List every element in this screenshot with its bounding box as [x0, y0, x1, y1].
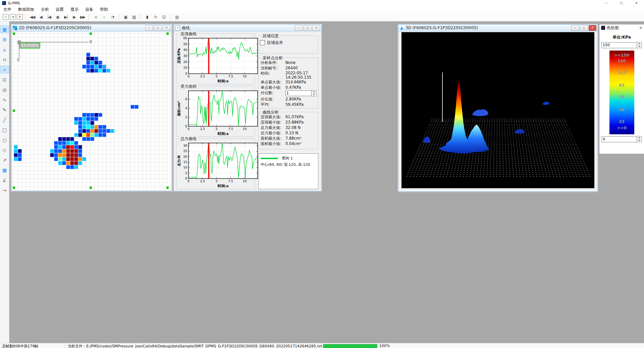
tool-matrix-tool[interactable]: ▩ [0, 166, 9, 174]
selection-handle[interactable] [166, 187, 169, 189]
menu-item-2[interactable]: 分析 [38, 6, 52, 13]
selection-handle[interactable] [90, 187, 92, 189]
display-button[interactable]: ▮ [143, 13, 151, 21]
window-curves-minimize-button[interactable]: — [295, 25, 303, 31]
skip-start-button[interactable]: |◀ [45, 13, 53, 21]
export-frame-button[interactable]: ➔ [10, 14, 16, 20]
app-minimize-button[interactable]: — [599, 0, 614, 6]
heat-cell [78, 153, 82, 157]
toolbar-separator [170, 14, 170, 20]
spin-up-icon[interactable]: ▲ [637, 42, 642, 45]
window-3d-close-button[interactable]: ✕ [589, 25, 596, 31]
app-maximize-button[interactable]: ▢ [614, 0, 629, 6]
selection-handle[interactable] [13, 110, 15, 112]
tool-draw-line[interactable]: ╱ [0, 116, 9, 124]
spin-up-icon[interactable]: ▲ [637, 136, 642, 139]
selection-handle[interactable] [13, 32, 15, 35]
tool-view-2d[interactable]: ▦ [0, 25, 9, 33]
sample-label: 当前帧号: [261, 65, 285, 71]
selection-handle[interactable] [90, 32, 92, 35]
menu-item-1[interactable]: 数据回放 [15, 6, 38, 13]
unlink-button[interactable]: ∞ [100, 13, 108, 21]
refresh-button[interactable]: ↻ [152, 13, 159, 21]
pressure-view-3d[interactable] [401, 32, 594, 188]
step-back-button[interactable]: ◀ [37, 13, 44, 21]
rewind-button[interactable]: ◀◀ [29, 13, 36, 21]
app-close-button[interactable]: ✕ [629, 0, 644, 6]
colorscale-titlebar[interactable]: 色阶图 ✕ [599, 24, 644, 31]
pressure-curve-chart[interactable]: 010203040506002.557.510时间:s压强:KPa [177, 36, 260, 83]
spin-up-icon[interactable]: ▲ [312, 90, 316, 93]
tool-surface-3d[interactable]: ∩ [0, 66, 9, 73]
sample-row: 平均:59.45KPa [261, 102, 317, 107]
menu-item-3[interactable]: 设置 [52, 6, 67, 13]
colorscale-icon [601, 26, 605, 30]
tool-exit-export[interactable]: → [0, 186, 9, 194]
spin-down-icon[interactable]: ▼ [637, 139, 642, 142]
heat-cell [102, 133, 106, 137]
fast-forward-button[interactable]: ▶▶ [79, 13, 86, 21]
camera-off-button[interactable]: ▨ [130, 13, 138, 21]
area-curve-chart[interactable]: 024602.557.510时间:s面积:cm² [177, 89, 260, 136]
heat-cell [66, 157, 70, 161]
window-curves-restore-button[interactable]: ▢ [304, 25, 311, 31]
sample-label: 平均: [261, 102, 285, 107]
heat-cell [94, 57, 98, 61]
spin-down-icon[interactable]: ▼ [312, 93, 316, 96]
stop-button[interactable]: ◉ [54, 13, 61, 21]
tool-crop-region[interactable]: ⊡ [0, 76, 9, 83]
window-2d-minimize-button[interactable]: — [145, 25, 153, 31]
camera-record-button[interactable]: ▣ [122, 13, 129, 21]
window-2d-titlebar[interactable]: 2D (F606025:G-F1P3D2205C00005) —▢✕ [11, 24, 172, 31]
tool-draw-polygon[interactable]: ◇ [0, 146, 9, 154]
svg-text:50: 50 [183, 43, 187, 46]
add-frame-button[interactable]: ＋ [3, 14, 9, 20]
skip-end-button[interactable]: ▶| [62, 13, 69, 21]
quantile-input[interactable] [285, 90, 312, 96]
tool-draw-pencil[interactable]: ✎ [0, 106, 9, 114]
window-3d-titlebar[interactable]: ▲ 3D (F606025:G-F1P3D2205C00005) —▢✕ [398, 24, 598, 31]
min-value-input[interactable] [601, 136, 637, 142]
heat-cell [18, 153, 22, 157]
tool-chart-tool[interactable]: ↗ [0, 156, 9, 164]
app-title: G-PMS [8, 1, 20, 5]
svg-text:2.5: 2.5 [200, 75, 205, 78]
menu-item-0[interactable]: 文件 [0, 6, 15, 13]
window-curves-titlebar[interactable]: ↗ 曲线 —▢✕ [174, 24, 321, 31]
menu-item-4[interactable]: 显示 [67, 6, 82, 13]
user-locate-button[interactable]: ☺ [160, 13, 167, 21]
calendar-button[interactable]: ▤ [173, 13, 180, 21]
max-value-input[interactable] [601, 42, 637, 48]
heat-cell [98, 133, 102, 137]
window-2d-restore-button[interactable]: ▢ [154, 25, 162, 31]
timer-button[interactable]: ◔ [109, 13, 116, 21]
app-titlebar[interactable]: G-PMS —▢✕ [0, 0, 644, 6]
window-3d-minimize-button[interactable]: — [571, 25, 579, 31]
play-button[interactable]: ▶ [70, 13, 78, 21]
link-button[interactable]: ∞ [92, 13, 99, 21]
heat-cell [82, 137, 86, 141]
window-2d-close-button[interactable]: ✕ [163, 25, 170, 31]
tool-angle-tool[interactable]: ∠ [0, 176, 9, 184]
selection-handle[interactable] [13, 187, 15, 189]
selection-handle[interactable] [166, 32, 169, 35]
pressure-grid-2d[interactable]: X Y 59.45KPa [12, 32, 171, 190]
tool-region-pentagon[interactable]: ⌂ [0, 46, 9, 53]
heat-cell [18, 157, 22, 161]
menu-item-5[interactable]: 设备 [82, 6, 97, 13]
spin-down-icon[interactable]: ▼ [637, 45, 642, 48]
tool-mesh-3d[interactable]: ∩ [0, 56, 9, 63]
tool-frame-numbers[interactable]: ⊞ [0, 36, 9, 43]
delete-frame-button[interactable]: ✕ [17, 14, 23, 20]
tool-draw-rect[interactable]: □ [0, 126, 9, 134]
force-curve-chart[interactable]: 05101520253002.557.510时间:s总力:N [177, 141, 260, 188]
close-icon[interactable]: ✕ [639, 26, 642, 30]
tool-route-path[interactable]: ∿ [0, 96, 9, 103]
window-3d-restore-button[interactable]: ▢ [580, 25, 588, 31]
window-curves-close-button[interactable]: ✕ [312, 25, 320, 31]
menu-item-6[interactable]: 帮助 [97, 6, 111, 13]
merge-regions-checkbox[interactable] [260, 40, 265, 45]
quantile-spinner[interactable]: ▲▼ [285, 90, 317, 96]
tool-draw-circle[interactable]: ○ [0, 136, 9, 144]
tool-center-target[interactable]: ◎ [0, 86, 9, 93]
